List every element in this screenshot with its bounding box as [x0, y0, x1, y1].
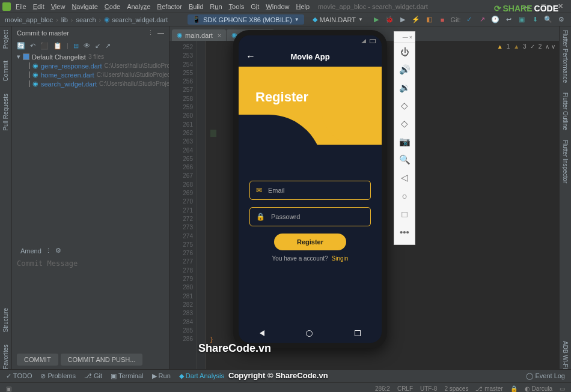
- nav-recent-icon[interactable]: [355, 330, 361, 336]
- view-icon[interactable]: 👁: [84, 42, 90, 49]
- rotate-left-icon[interactable]: ◇: [394, 97, 415, 115]
- emu-minimize-icon[interactable]: —: [403, 34, 408, 40]
- breadcrumb-root[interactable]: movie_app_bloc: [5, 16, 53, 23]
- rollback-icon[interactable]: ↶: [30, 42, 35, 50]
- close-tab-icon[interactable]: ×: [218, 32, 221, 39]
- device-selector[interactable]: 📱 SDK GPHONE X86 (MOBILE) ▼: [188, 14, 304, 25]
- tool-terminal[interactable]: ▣ Terminal: [111, 372, 143, 380]
- tool-todo[interactable]: ✓ TODO: [6, 372, 32, 380]
- commit-push-button[interactable]: COMMIT AND PUSH...: [61, 354, 143, 366]
- refresh-icon[interactable]: 🔄: [17, 42, 25, 50]
- more-options-icon[interactable]: •••: [394, 223, 415, 241]
- group-icon[interactable]: ⊞: [73, 42, 79, 50]
- nav-back-icon[interactable]: [260, 330, 264, 336]
- menu-tools[interactable]: Tools: [229, 3, 245, 10]
- avd-icon[interactable]: ▣: [517, 15, 527, 25]
- git-update-icon[interactable]: ✓: [464, 15, 474, 25]
- overview-nav-icon[interactable]: □: [394, 205, 415, 223]
- indent[interactable]: 2 spaces: [444, 385, 468, 392]
- commit-button[interactable]: COMMIT: [17, 354, 58, 366]
- screenshot-icon[interactable]: 📷: [394, 133, 415, 151]
- file-row[interactable]: ◉ genre_response.dart C:\Users\hailu\Stu…: [12, 61, 169, 70]
- volume-down-icon[interactable]: 🔉: [394, 79, 415, 97]
- tool-commit[interactable]: Commit: [2, 61, 9, 81]
- tool-run[interactable]: ▶ Run: [152, 372, 171, 380]
- emu-close-icon[interactable]: ×: [409, 34, 412, 40]
- git-branch-icon[interactable]: ↗: [477, 15, 487, 25]
- back-nav-icon[interactable]: ◁: [394, 169, 415, 187]
- caret-position[interactable]: 286:2: [375, 385, 390, 392]
- tool-problems[interactable]: ⊘ Problems: [40, 372, 76, 380]
- volume-up-icon[interactable]: 🔊: [394, 61, 415, 79]
- status-indicator-icon[interactable]: ▣: [6, 385, 11, 392]
- git-rollback-icon[interactable]: ↩: [504, 15, 513, 25]
- run-config-selector[interactable]: ◆ MAIN.DART ▼: [308, 14, 368, 25]
- tool-dart-analysis[interactable]: ◆ Dart Analysis: [179, 372, 224, 380]
- tab-main[interactable]: ◉main.dart×: [172, 29, 226, 41]
- home-nav-icon[interactable]: ○: [394, 187, 415, 205]
- menu-view[interactable]: View: [51, 3, 66, 10]
- search-icon[interactable]: 🔍: [543, 15, 553, 25]
- breadcrumb-lib[interactable]: lib: [61, 16, 68, 23]
- password-field[interactable]: 🔒 Passowrd: [249, 207, 371, 226]
- memory-icon[interactable]: ▭: [560, 385, 565, 392]
- expand-icon[interactable]: ↙: [95, 42, 100, 50]
- tool-structure[interactable]: Structure: [2, 308, 9, 333]
- problems-indicator[interactable]: ▲1 ▲3 ✓2 ∧ ∨: [497, 43, 555, 50]
- menu-analyze[interactable]: Analyze: [127, 3, 150, 10]
- tool-event-log[interactable]: ◯ Event Log: [526, 372, 565, 380]
- menu-run[interactable]: Run: [210, 3, 222, 10]
- menu-build[interactable]: Build: [189, 3, 203, 10]
- tool-flutter-outline[interactable]: Flutter Outline: [562, 92, 569, 130]
- commit-message-input[interactable]: Commit Message: [12, 257, 169, 270]
- attach-icon[interactable]: ◧: [424, 15, 434, 25]
- menu-edit[interactable]: Edit: [33, 3, 44, 10]
- rotate-right-icon[interactable]: ◇: [394, 115, 415, 133]
- menu-window[interactable]: Window: [266, 3, 289, 10]
- checkbox[interactable]: [29, 80, 30, 87]
- run-icon[interactable]: ▶: [371, 15, 381, 25]
- checkbox[interactable]: [23, 53, 29, 60]
- lock-icon[interactable]: 🔒: [510, 385, 518, 392]
- signin-link[interactable]: Singin: [332, 255, 349, 262]
- git-history-icon[interactable]: 🕐: [490, 15, 500, 25]
- history-icon[interactable]: ⋮: [45, 247, 52, 255]
- tool-favorites[interactable]: Favorites: [2, 345, 9, 369]
- breadcrumb-file[interactable]: search_widget.dart: [112, 16, 168, 23]
- tool-git[interactable]: ⎇ Git: [84, 372, 102, 380]
- tool-flutter-inspector[interactable]: Flutter Inspector: [562, 140, 569, 183]
- debug-icon[interactable]: 🐞: [385, 15, 394, 25]
- more-icon[interactable]: ⋮: [147, 29, 154, 36]
- hot-reload-icon[interactable]: ⚡: [411, 15, 421, 25]
- encoding[interactable]: UTF-8: [420, 385, 437, 392]
- back-icon[interactable]: ←: [246, 51, 255, 62]
- menu-code[interactable]: Code: [105, 3, 120, 10]
- checkbox[interactable]: [29, 71, 30, 78]
- email-field[interactable]: ✉ Email: [249, 181, 371, 200]
- stop-icon[interactable]: ■: [438, 15, 447, 25]
- nav-home-icon[interactable]: [306, 330, 313, 337]
- changelist-icon[interactable]: 📋: [53, 42, 62, 50]
- file-row[interactable]: ◉ home_screen.dart C:\Users\hailu\Studio…: [12, 70, 169, 79]
- changelist-row[interactable]: ▾ Default Changelist 3 files: [12, 52, 169, 61]
- file-row[interactable]: ◉ search_widget.dart C:\Users\hailu\Stud…: [12, 79, 169, 88]
- menu-refactor[interactable]: Refactor: [157, 3, 182, 10]
- menu-file[interactable]: FFileile: [16, 3, 26, 10]
- git-branch[interactable]: ⎇ master: [475, 385, 502, 392]
- menu-git[interactable]: Git: [251, 3, 259, 10]
- settings-icon[interactable]: ⚙: [557, 15, 566, 25]
- hide-panel-icon[interactable]: —: [157, 29, 164, 36]
- tool-project[interactable]: Project: [2, 30, 9, 49]
- zoom-icon[interactable]: 🔍: [394, 151, 415, 169]
- coverage-icon[interactable]: ▶: [398, 15, 408, 25]
- line-sep[interactable]: CRLF: [397, 385, 413, 392]
- register-button[interactable]: Register: [274, 234, 346, 250]
- gear-icon[interactable]: ⚙: [55, 247, 61, 255]
- menu-navigate[interactable]: Navigate: [72, 3, 97, 10]
- menu-help[interactable]: Help: [296, 3, 310, 10]
- checkbox[interactable]: [29, 62, 30, 69]
- theme[interactable]: ◐ Darcula: [525, 385, 552, 392]
- diff-icon[interactable]: ⬛: [40, 42, 49, 50]
- tool-pull-requests[interactable]: Pull Requests: [2, 94, 9, 131]
- sdk-icon[interactable]: ⬇: [530, 15, 540, 25]
